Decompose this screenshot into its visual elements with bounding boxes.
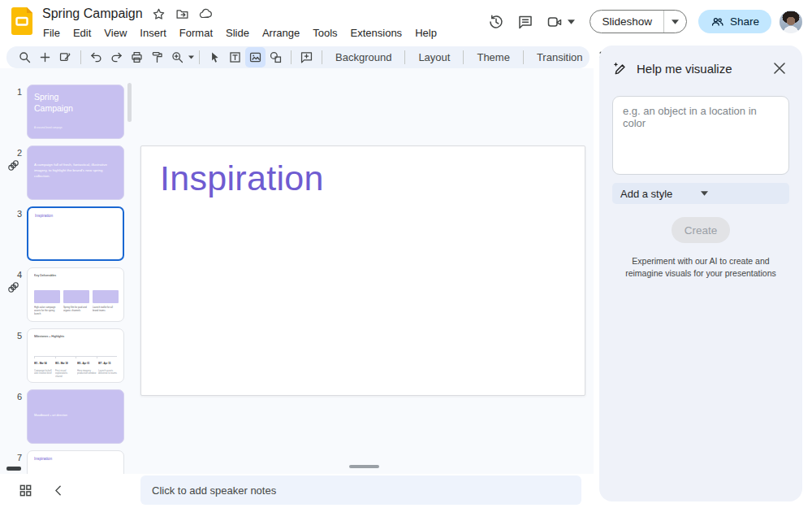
menu-extensions[interactable]: Extensions xyxy=(344,25,409,41)
thumb-timeline-columns: W1 - Mar 04 Campaign kickoff and creativ… xyxy=(34,362,117,383)
slide-canvas[interactable]: Inspiration xyxy=(140,145,585,396)
timeline-text: First visual explorations shared xyxy=(55,369,74,378)
close-icon[interactable] xyxy=(770,59,789,78)
chevron-down-icon xyxy=(701,191,781,196)
layout-button[interactable]: Layout xyxy=(410,47,458,67)
add-style-label: Add a style xyxy=(620,188,701,200)
insert-image-icon[interactable] xyxy=(245,47,266,67)
slideshow-button[interactable]: Slideshow xyxy=(590,11,663,33)
app-header: Spring Campaign File Edit View Insert Fo… xyxy=(0,0,812,46)
filmstrip-scrollbar-horizontal[interactable] xyxy=(6,467,21,471)
slide-title-text[interactable]: Inspiration xyxy=(160,158,324,198)
thumb-title: Milestones + Highlights xyxy=(34,334,117,338)
menu-format[interactable]: Format xyxy=(173,25,219,41)
new-slide-icon[interactable] xyxy=(35,47,55,67)
collapse-filmstrip-icon[interactable] xyxy=(50,483,65,497)
menu-arrange[interactable]: Arrange xyxy=(256,25,306,41)
slide-thumbnail-4[interactable]: Key Deliverables High-value campaign ass… xyxy=(27,267,124,322)
transition-indicator-icon[interactable] xyxy=(7,281,19,293)
menu-file[interactable]: File xyxy=(37,25,67,41)
thumb-body: A campaign full of fresh, fantastical, i… xyxy=(34,163,117,179)
filmstrip-row-2: 2 A campaign full of fresh, fantastical,… xyxy=(0,145,136,200)
add-style-dropdown[interactable]: Add a style xyxy=(612,183,789,204)
title-and-menus: Spring Campaign File Edit View Insert Fo… xyxy=(42,5,443,41)
menu-edit[interactable]: Edit xyxy=(67,25,97,41)
speaker-notes-input[interactable]: Click to add speaker notes xyxy=(140,475,581,505)
video-call-dropdown-icon[interactable] xyxy=(568,20,575,24)
slide-number: 1 xyxy=(0,85,27,139)
menu-help[interactable]: Help xyxy=(408,25,443,41)
thumb-body: Moodboard + art direction xyxy=(34,413,117,417)
slides-logo-icon[interactable] xyxy=(11,7,32,36)
thumb-card: Spring film for paid and organic channel… xyxy=(63,290,89,322)
menu-insert[interactable]: Insert xyxy=(133,25,173,41)
card-caption: Launch toolkit for all brand teams xyxy=(93,306,119,312)
undo-icon[interactable] xyxy=(86,47,106,67)
menu-slide[interactable]: Slide xyxy=(219,25,256,41)
insert-shape-icon[interactable] xyxy=(266,47,286,67)
canvas-scrollbar-horizontal[interactable] xyxy=(349,465,379,468)
prompt-input[interactable] xyxy=(612,96,789,175)
slide-number: 6 xyxy=(0,389,27,444)
toolbar-divider xyxy=(80,50,81,64)
grid-view-icon[interactable] xyxy=(18,483,32,497)
version-history-icon[interactable] xyxy=(486,11,507,33)
account-avatar[interactable] xyxy=(780,11,802,33)
header-actions: Slideshow Share xyxy=(486,10,802,33)
paint-format-icon[interactable] xyxy=(147,47,167,67)
timeline-label: W7 - Apr 15 xyxy=(98,362,117,365)
slide-thumbnail-3-selected[interactable]: Inspiration xyxy=(27,206,124,261)
timeline-label: W1 - Mar 04 xyxy=(34,362,53,365)
toolbar-divider xyxy=(291,50,292,64)
edit-slide-icon[interactable] xyxy=(55,47,76,67)
thumb-title: Spring Campaign xyxy=(34,92,93,114)
star-icon[interactable] xyxy=(152,7,166,21)
timeline-item: W5 - Apr 01 Hero imagery production wind… xyxy=(77,362,96,383)
timeline-item: W3 - Mar 18 First visual explorations sh… xyxy=(55,362,74,383)
slide-thumbnail-6[interactable]: Moodboard + art direction xyxy=(27,389,124,444)
slide-filmstrip: 1 Spring Campaign A seasonal brand campa… xyxy=(0,68,136,474)
add-comment-icon[interactable] xyxy=(296,47,317,67)
video-call-icon[interactable] xyxy=(544,11,565,33)
filmstrip-row-7: 7 Inspiration xyxy=(0,450,136,474)
slide-thumbnail-7[interactable]: Inspiration xyxy=(27,450,124,474)
share-label: Share xyxy=(730,15,759,28)
zoom-dropdown-icon[interactable] xyxy=(188,54,194,60)
comments-icon[interactable] xyxy=(515,11,536,33)
panel-header: Help me visualize xyxy=(612,59,789,78)
slide-thumbnail-2[interactable]: A campaign full of fresh, fantastical, i… xyxy=(27,145,124,200)
text-box-icon[interactable] xyxy=(225,47,245,67)
card-image-placeholder xyxy=(63,290,89,303)
card-caption: Spring film for paid and organic channel… xyxy=(63,306,89,312)
menu-tools[interactable]: Tools xyxy=(306,25,343,41)
thumb-caption: A seasonal brand campaign xyxy=(34,126,124,129)
slide-thumbnail-5[interactable]: Milestones + Highlights W1 - Mar 04 Camp… xyxy=(27,328,124,383)
search-menus-icon[interactable] xyxy=(15,47,35,67)
theme-button[interactable]: Theme xyxy=(469,47,517,67)
transition-button[interactable]: Transition xyxy=(529,47,591,67)
card-image-placeholder xyxy=(34,290,60,303)
timeline-text: Launch assets delivered to teams xyxy=(98,369,117,376)
toolbar-divider xyxy=(199,50,200,64)
cloud-saved-icon[interactable] xyxy=(199,7,214,21)
move-folder-icon[interactable] xyxy=(175,7,190,21)
transition-indicator-icon[interactable] xyxy=(7,159,19,172)
background-button[interactable]: Background xyxy=(327,47,400,67)
share-button[interactable]: Share xyxy=(698,10,771,33)
print-icon[interactable] xyxy=(127,47,147,67)
slideshow-dropdown-icon[interactable] xyxy=(663,11,686,33)
select-cursor-icon[interactable] xyxy=(205,47,225,67)
create-button[interactable]: Create xyxy=(672,217,730,243)
toolbar: Background Layout Theme Transition xyxy=(6,46,590,68)
menu-view[interactable]: View xyxy=(97,25,133,41)
timeline-text: Hero imagery production window xyxy=(77,369,96,376)
timeline-label: W5 - Apr 01 xyxy=(77,362,96,365)
zoom-icon[interactable] xyxy=(167,47,188,67)
panel-title: Help me visualize xyxy=(637,62,770,76)
thumb-title: Inspiration xyxy=(34,456,117,462)
redo-icon[interactable] xyxy=(106,47,127,67)
filmstrip-scrollbar[interactable] xyxy=(127,83,132,122)
slide-thumbnail-1[interactable]: Spring Campaign A seasonal brand campaig… xyxy=(27,85,124,139)
document-title[interactable]: Spring Campaign xyxy=(42,7,143,21)
panel-caption: Experiment with our AI to create and rei… xyxy=(612,255,789,280)
